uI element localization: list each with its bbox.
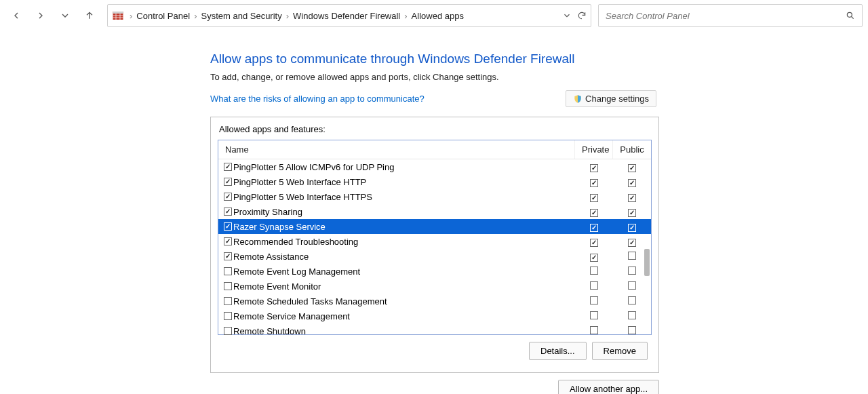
refresh-icon[interactable] xyxy=(577,11,587,20)
public-checkbox[interactable] xyxy=(628,239,636,247)
forward-button[interactable] xyxy=(30,5,52,26)
private-checkbox[interactable] xyxy=(590,179,598,187)
private-checkbox[interactable] xyxy=(590,164,598,172)
search-icon[interactable] xyxy=(846,11,855,20)
private-checkbox[interactable] xyxy=(590,239,598,247)
public-checkbox[interactable] xyxy=(628,179,636,187)
svg-line-7 xyxy=(852,17,854,19)
breadcrumb-item[interactable]: System and Security xyxy=(198,11,284,21)
table-row[interactable]: Proximity Sharing xyxy=(218,204,651,219)
chevron-down-icon xyxy=(60,10,71,21)
details-button[interactable]: Details... xyxy=(529,342,587,360)
private-checkbox[interactable] xyxy=(590,296,598,304)
firewall-icon xyxy=(112,9,124,22)
allowed-apps-list[interactable]: Name Private Public PingPlotter 5 Allow … xyxy=(218,140,652,335)
svg-point-6 xyxy=(847,12,852,17)
app-name: Recommended Troubleshooting xyxy=(233,237,358,247)
enabled-checkbox[interactable] xyxy=(224,178,232,186)
enabled-checkbox[interactable] xyxy=(224,193,232,201)
public-checkbox[interactable] xyxy=(628,311,636,319)
enabled-checkbox[interactable] xyxy=(224,297,232,305)
list-header: Name Private Public xyxy=(218,140,651,159)
back-button[interactable] xyxy=(5,5,27,26)
public-checkbox[interactable] xyxy=(628,326,636,334)
app-name: Razer Synapse Service xyxy=(233,222,326,232)
enabled-checkbox[interactable] xyxy=(224,312,232,320)
enabled-checkbox[interactable] xyxy=(224,163,232,171)
search-bar[interactable] xyxy=(598,4,863,27)
private-checkbox[interactable] xyxy=(590,254,598,262)
enabled-checkbox[interactable] xyxy=(224,222,232,231)
search-input[interactable] xyxy=(606,11,846,21)
table-row[interactable]: Remote Event Monitor xyxy=(218,279,651,294)
enabled-checkbox[interactable] xyxy=(224,237,232,245)
column-public[interactable]: Public xyxy=(613,140,651,159)
app-name: Remote Service Management xyxy=(233,311,350,321)
shield-icon xyxy=(573,94,583,104)
private-checkbox[interactable] xyxy=(590,326,598,334)
app-name: PingPlotter 5 Web Interface HTTP xyxy=(233,177,366,187)
public-checkbox[interactable] xyxy=(628,296,636,304)
arrow-right-icon xyxy=(35,10,46,21)
page-description: To add, change, or remove allowed apps a… xyxy=(210,72,658,82)
enabled-checkbox[interactable] xyxy=(224,327,232,335)
table-row[interactable]: Remote Assistance xyxy=(218,249,651,264)
app-name: PingPlotter 5 Allow ICMPv6 for UDP Ping xyxy=(233,162,394,172)
remove-button[interactable]: Remove xyxy=(592,342,648,360)
app-name: Remote Event Monitor xyxy=(233,281,321,292)
enabled-checkbox[interactable] xyxy=(224,208,232,216)
private-checkbox[interactable] xyxy=(590,311,598,319)
public-checkbox[interactable] xyxy=(628,224,636,232)
enabled-checkbox[interactable] xyxy=(224,267,232,275)
private-checkbox[interactable] xyxy=(590,224,598,232)
page-title: Allow apps to communicate through Window… xyxy=(210,52,658,66)
table-row[interactable]: Razer Synapse Service xyxy=(218,219,651,234)
app-name: Remote Shutdown xyxy=(233,326,306,336)
change-settings-label: Change settings xyxy=(585,94,649,104)
breadcrumb-item[interactable]: Control Panel xyxy=(134,11,193,21)
main-content: Allow apps to communicate through Window… xyxy=(0,31,658,394)
allow-another-app-button[interactable]: Allow another app... xyxy=(558,380,659,394)
app-name: PingPlotter 5 Web Interface HTTPS xyxy=(233,192,372,202)
risks-link[interactable]: What are the risks of allowing an app to… xyxy=(210,94,425,104)
arrow-up-icon xyxy=(84,10,95,21)
table-row[interactable]: PingPlotter 5 Web Interface HTTPS xyxy=(218,189,651,204)
private-checkbox[interactable] xyxy=(590,194,598,202)
breadcrumb-item[interactable]: Windows Defender Firewall xyxy=(290,11,403,21)
chevron-down-icon[interactable] xyxy=(562,11,572,20)
table-row[interactable]: PingPlotter 5 Web Interface HTTP xyxy=(218,174,651,189)
table-row[interactable]: Remote Event Log Management xyxy=(218,264,651,279)
up-button[interactable] xyxy=(79,5,100,26)
public-checkbox[interactable] xyxy=(628,267,636,275)
recent-dropdown-button[interactable] xyxy=(54,5,76,26)
breadcrumb-item[interactable]: Allowed apps xyxy=(409,11,467,21)
chevron-right-icon: › xyxy=(403,11,408,21)
column-name[interactable]: Name xyxy=(218,140,575,159)
public-checkbox[interactable] xyxy=(628,194,636,202)
svg-rect-1 xyxy=(113,12,123,14)
address-bar[interactable]: › Control Panel › System and Security › … xyxy=(107,4,591,27)
table-row[interactable]: Recommended Troubleshooting xyxy=(218,234,651,249)
table-row[interactable]: Remote Service Management xyxy=(218,309,651,323)
table-row[interactable]: PingPlotter 5 Allow ICMPv6 for UDP Ping xyxy=(218,159,651,174)
table-row[interactable]: Remote Shutdown xyxy=(218,323,651,336)
column-private[interactable]: Private xyxy=(575,140,613,159)
scrollbar-thumb[interactable] xyxy=(644,249,650,276)
enabled-checkbox[interactable] xyxy=(224,252,232,260)
list-body[interactable]: PingPlotter 5 Allow ICMPv6 for UDP PingP… xyxy=(218,159,651,336)
app-name: Proximity Sharing xyxy=(233,207,302,217)
app-name: Remote Event Log Management xyxy=(233,267,360,277)
public-checkbox[interactable] xyxy=(628,164,636,172)
public-checkbox[interactable] xyxy=(628,281,636,290)
private-checkbox[interactable] xyxy=(590,281,598,290)
public-checkbox[interactable] xyxy=(628,209,636,217)
private-checkbox[interactable] xyxy=(590,209,598,217)
change-settings-button[interactable]: Change settings xyxy=(566,90,656,107)
private-checkbox[interactable] xyxy=(590,267,598,275)
table-row[interactable]: Remote Scheduled Tasks Management xyxy=(218,294,651,309)
chevron-right-icon: › xyxy=(128,11,134,21)
public-checkbox[interactable] xyxy=(628,252,636,260)
app-name: Remote Scheduled Tasks Management xyxy=(233,296,387,307)
enabled-checkbox[interactable] xyxy=(224,282,232,290)
top-navigation-bar: › Control Panel › System and Security › … xyxy=(0,0,868,31)
